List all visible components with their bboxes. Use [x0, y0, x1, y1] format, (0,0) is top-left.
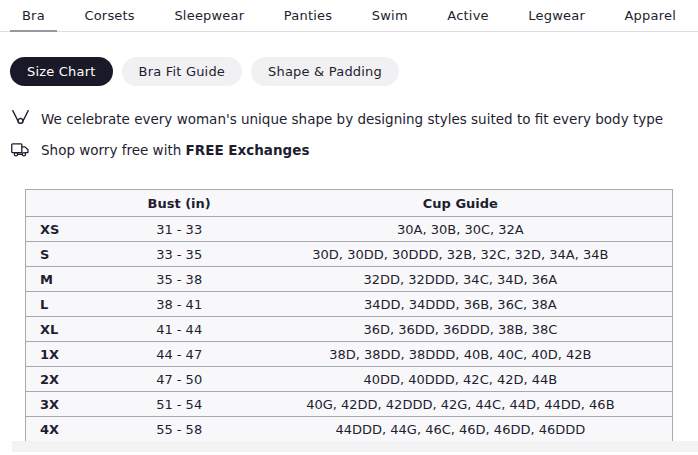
pill-label: Shape & Padding [268, 64, 382, 79]
tab-label: Sleepwear [174, 8, 244, 23]
size-label: 2X [26, 367, 110, 392]
bust-range: 51 - 54 [110, 392, 249, 417]
bust-column-header: Bust (in) [110, 190, 249, 217]
bust-range: 31 - 33 [110, 217, 249, 242]
message-text: We celebrate every woman's unique shape … [41, 111, 663, 127]
tab-label: Apparel [625, 8, 676, 23]
table-row: M 35 - 38 32DD, 32DDD, 34C, 34D, 36A [26, 267, 673, 292]
table-row: 4X 55 - 58 44DDD, 44G, 46C, 46D, 46DD, 4… [26, 417, 673, 442]
table-row: 1X 44 - 47 38D, 38DD, 38DDD, 40B, 40C, 4… [26, 342, 673, 367]
table-row: XS 31 - 33 30A, 30B, 30C, 32A [26, 217, 673, 242]
horizontal-scrollbar[interactable] [12, 441, 698, 452]
tab-active[interactable]: Active [435, 0, 500, 32]
table-row: L 38 - 41 34DD, 34DDD, 36B, 36C, 38A [26, 292, 673, 317]
size-label: S [26, 242, 110, 267]
size-label: M [26, 267, 110, 292]
tab-label: Active [447, 8, 488, 23]
cup-guide-column-header: Cup Guide [249, 190, 673, 217]
category-tabs: Bra Corsets Sleepwear Panties Swim Activ… [0, 0, 698, 32]
size-label: 1X [26, 342, 110, 367]
bust-range: 35 - 38 [110, 267, 249, 292]
size-label: XS [26, 217, 110, 242]
pill-shape-padding[interactable]: Shape & Padding [251, 57, 399, 86]
cup-sizes: 40G, 42DD, 42DDD, 42G, 44C, 44D, 44DD, 4… [249, 392, 673, 417]
cup-sizes: 40DD, 40DDD, 42C, 42D, 44B [249, 367, 673, 392]
table-row: 2X 47 - 50 40DD, 40DDD, 42C, 42D, 44B [26, 367, 673, 392]
message-text: Shop worry free with FREE Exchanges [41, 142, 309, 158]
table-row: S 33 - 35 30D, 30DD, 30DDD, 32B, 32C, 32… [26, 242, 673, 267]
bust-range: 55 - 58 [110, 417, 249, 442]
table-row: 3X 51 - 54 40G, 42DD, 42DDD, 42G, 44C, 4… [26, 392, 673, 417]
size-chart-body: XS 31 - 33 30A, 30B, 30C, 32A S 33 - 35 … [26, 217, 673, 442]
cup-sizes: 30A, 30B, 30C, 32A [249, 217, 673, 242]
bust-range: 47 - 50 [110, 367, 249, 392]
size-chart-table: Bust (in) Cup Guide XS 31 - 33 30A, 30B,… [25, 189, 673, 442]
pill-label: Bra Fit Guide [139, 64, 226, 79]
cup-sizes: 44DDD, 44G, 46C, 46D, 46DD, 46DDD [249, 417, 673, 442]
tab-sleepwear[interactable]: Sleepwear [162, 0, 256, 32]
tab-swim[interactable]: Swim [360, 0, 420, 32]
pill-size-chart[interactable]: Size Chart [10, 57, 113, 86]
size-label: XL [26, 317, 110, 342]
tab-label: Legwear [528, 8, 585, 23]
bust-range: 41 - 44 [110, 317, 249, 342]
size-label: L [26, 292, 110, 317]
truck-icon [10, 139, 31, 160]
cup-sizes: 38D, 38DD, 38DDD, 40B, 40C, 40D, 42B [249, 342, 673, 367]
tab-legwear[interactable]: Legwear [516, 0, 597, 32]
tab-corsets[interactable]: Corsets [72, 0, 146, 32]
cup-sizes: 32DD, 32DDD, 34C, 34D, 36A [249, 267, 673, 292]
cup-sizes: 36D, 36DD, 36DDD, 38B, 38C [249, 317, 673, 342]
tab-label: Bra [22, 8, 45, 23]
tab-bra[interactable]: Bra [10, 0, 57, 32]
message-body-positivity: We celebrate every woman's unique shape … [10, 108, 698, 129]
size-column-header [26, 190, 110, 217]
bra-icon [10, 108, 31, 129]
tab-label: Panties [284, 8, 332, 23]
bust-range: 33 - 35 [110, 242, 249, 267]
table-row: XL 41 - 44 36D, 36DD, 36DDD, 38B, 38C [26, 317, 673, 342]
filter-pills: Size Chart Bra Fit Guide Shape & Padding [10, 57, 698, 86]
size-chart-section: Bust (in) Cup Guide XS 31 - 33 30A, 30B,… [25, 189, 673, 442]
tab-panties[interactable]: Panties [272, 0, 344, 32]
pill-label: Size Chart [27, 64, 96, 79]
bust-range: 44 - 47 [110, 342, 249, 367]
size-label: 4X [26, 417, 110, 442]
cup-sizes: 34DD, 34DDD, 36B, 36C, 38A [249, 292, 673, 317]
cup-sizes: 30D, 30DD, 30DDD, 32B, 32C, 32D, 34A, 34… [249, 242, 673, 267]
tab-label: Corsets [84, 8, 134, 23]
pill-bra-fit-guide[interactable]: Bra Fit Guide [122, 57, 243, 86]
bust-range: 38 - 41 [110, 292, 249, 317]
tab-apparel[interactable]: Apparel [613, 0, 688, 32]
message-free-exchanges: Shop worry free with FREE Exchanges [10, 139, 698, 160]
table-header-row: Bust (in) Cup Guide [26, 190, 673, 217]
tab-label: Swim [372, 8, 408, 23]
size-label: 3X [26, 392, 110, 417]
